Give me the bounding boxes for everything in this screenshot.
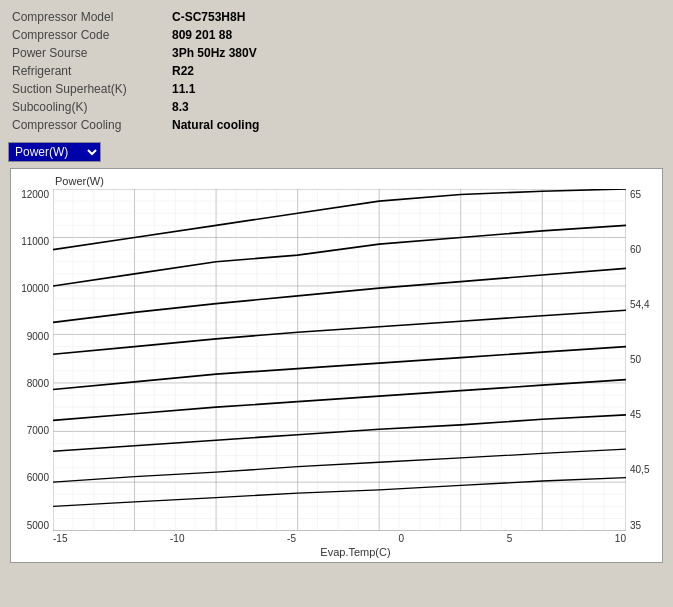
refrigerant-value: R22 <box>168 62 665 80</box>
chart-plot-area <box>53 189 626 531</box>
chart-type-dropdown[interactable]: Power(W)Current(A)COPCapacity(W) <box>8 142 101 162</box>
subcooling-value: 8.3 <box>168 98 665 116</box>
y-label-7000: 7000 <box>27 425 49 436</box>
refrigerant-label: Refrigerant <box>8 62 168 80</box>
main-container: Compressor Model C-SC753H8H Compressor C… <box>0 0 673 607</box>
dropdown-row: Power(W)Current(A)COPCapacity(W) <box>8 142 665 162</box>
y-label-6000: 6000 <box>27 472 49 483</box>
compressor-model-value: C-SC753H8H <box>168 8 665 26</box>
compressor-cooling-label: Compressor Cooling <box>8 116 168 134</box>
y-label-11000: 11000 <box>21 236 49 247</box>
compressor-model-label: Compressor Model <box>8 8 168 26</box>
compressor-code-label: Compressor Code <box>8 26 168 44</box>
right-label-50: 50 <box>630 354 658 365</box>
suction-superheat-value: 11.1 <box>168 80 665 98</box>
compressor-code-value: 809 201 88 <box>168 26 665 44</box>
right-label-54-4: 54,4 <box>630 299 658 310</box>
compressor-cooling-row: Compressor Cooling Natural cooling <box>8 116 665 134</box>
compressor-code-row: Compressor Code 809 201 88 <box>8 26 665 44</box>
subcooling-label: Subcooling(K) <box>8 98 168 116</box>
compressor-model-row: Compressor Model C-SC753H8H <box>8 8 665 26</box>
y-axis-labels: 12000 11000 10000 9000 8000 7000 6000 50… <box>15 189 53 531</box>
x-label-neg10: -10 <box>170 533 184 544</box>
x-label-neg15: -15 <box>53 533 67 544</box>
power-source-row: Power Sourse 3Ph 50Hz 380V <box>8 44 665 62</box>
x-axis-title: Evap.Temp(C) <box>15 546 658 558</box>
x-label-neg5: -5 <box>287 533 296 544</box>
subcooling-row: Subcooling(K) 8.3 <box>8 98 665 116</box>
right-label-60: 60 <box>630 244 658 255</box>
right-label-35: 35 <box>630 520 658 531</box>
x-axis-area: -15 -10 -5 0 5 10 <box>15 531 658 544</box>
suction-superheat-label: Suction Superheat(K) <box>8 80 168 98</box>
power-source-value: 3Ph 50Hz 380V <box>168 44 665 62</box>
chart-svg <box>53 189 626 531</box>
power-source-label: Power Sourse <box>8 44 168 62</box>
right-label-40-5: 40,5 <box>630 464 658 475</box>
y-label-10000: 10000 <box>21 283 49 294</box>
x-label-5: 5 <box>507 533 513 544</box>
chart-title: Power(W) <box>15 175 658 187</box>
compressor-cooling-value: Natural cooling <box>168 116 665 134</box>
y-label-9000: 9000 <box>27 331 49 342</box>
chart-container: Power(W) 12000 11000 10000 9000 8000 700… <box>10 168 663 563</box>
y-label-12000: 12000 <box>21 189 49 200</box>
y-label-5000: 5000 <box>27 520 49 531</box>
x-axis-labels: -15 -10 -5 0 5 10 <box>53 531 626 544</box>
svg-rect-0 <box>53 189 626 531</box>
specs-table: Compressor Model C-SC753H8H Compressor C… <box>8 8 665 134</box>
y-label-8000: 8000 <box>27 378 49 389</box>
refrigerant-row: Refrigerant R22 <box>8 62 665 80</box>
suction-superheat-row: Suction Superheat(K) 11.1 <box>8 80 665 98</box>
right-axis-labels: 65 60 54,4 50 45 40,5 35 <box>626 189 658 531</box>
right-label-65: 65 <box>630 189 658 200</box>
right-label-45: 45 <box>630 409 658 420</box>
chart-area: 12000 11000 10000 9000 8000 7000 6000 50… <box>15 189 658 531</box>
x-label-10: 10 <box>615 533 626 544</box>
x-label-0: 0 <box>399 533 405 544</box>
